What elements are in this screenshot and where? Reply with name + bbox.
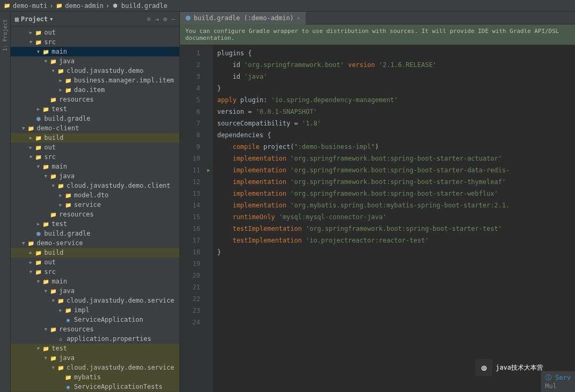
tree-row[interactable]: ▼📁demo-service: [11, 238, 179, 248]
tree-row[interactable]: ▼📁test: [11, 344, 179, 353]
tree-row[interactable]: ▼📁demo-client: [11, 123, 179, 133]
tree-arrow-icon[interactable]: ▼: [43, 327, 49, 332]
tree-row[interactable]: ▼📁cloud.javastudy.demo: [11, 66, 179, 76]
left-tool-rail: 1: Project: [0, 12, 11, 392]
tree-row[interactable]: ▶📁impl: [11, 305, 179, 315]
tree-row[interactable]: ▼📁java: [11, 353, 179, 363]
gear-icon[interactable]: ⚙: [163, 15, 167, 23]
tree-arrow-icon[interactable]: ▼: [50, 183, 56, 188]
tree-arrow-icon[interactable]: ▼: [20, 126, 27, 131]
tree-row[interactable]: 📁mybatis: [11, 372, 179, 382]
tree-arrow-icon[interactable]: ▼: [28, 269, 34, 274]
tree-row[interactable]: ▶📁model.dto: [11, 190, 179, 200]
tree-row[interactable]: ▶📁service: [11, 200, 179, 210]
tree-row[interactable]: ▼📁main: [11, 277, 179, 286]
project-tree[interactable]: ▶📁out▼📁src▼📁main▼📁java▼📁cloud.javastudy.…: [11, 27, 179, 392]
tree-arrow-icon[interactable]: ▼: [50, 298, 56, 303]
editor-banner[interactable]: You can configure Gradle wrapper to use …: [180, 24, 575, 45]
tree-row[interactable]: ▶📁dao.item: [11, 85, 179, 95]
tree-arrow-icon[interactable]: ▶: [58, 87, 64, 93]
tree-row[interactable]: ▼📁java: [11, 286, 179, 296]
tree-row[interactable]: ▼📁main: [11, 47, 179, 56]
tree-row[interactable]: ⬢build.gradle: [11, 114, 179, 123]
select-opened-icon[interactable]: ⊙: [147, 15, 151, 23]
sidebar-title[interactable]: Project: [21, 15, 48, 23]
tree-row[interactable]: ▼📁java: [11, 171, 179, 181]
tree-arrow-icon[interactable]: ▼: [43, 355, 49, 361]
tree-arrow-icon[interactable]: ▶: [28, 260, 34, 265]
folder-icon: 📁: [27, 126, 35, 131]
editor-tab[interactable]: ⬢ build.gradle (:demo-admin) ✕: [180, 12, 306, 24]
tree-row[interactable]: ▶📁test: [11, 104, 179, 114]
tree-arrow-icon[interactable]: ▼: [43, 288, 49, 294]
breadcrumb-item[interactable]: demo-muti: [13, 2, 47, 10]
folder-icon: 📁: [64, 193, 72, 198]
tree-arrow-icon[interactable]: ▶: [28, 250, 34, 255]
collapse-icon[interactable]: ⇥: [155, 15, 159, 23]
tree-row[interactable]: ▼📁resources: [11, 324, 179, 334]
tree-arrow-icon[interactable]: ▶: [58, 307, 64, 313]
tree-label: service: [74, 201, 101, 208]
tree-arrow-icon[interactable]: ▶: [58, 193, 64, 198]
tree-row[interactable]: 📁resources: [11, 95, 179, 104]
tree-arrow-icon[interactable]: ▼: [28, 154, 34, 160]
hide-icon[interactable]: —: [171, 15, 175, 23]
folder-orange-icon: 📁: [34, 250, 43, 256]
tree-row[interactable]: ▶📁out: [11, 257, 179, 267]
tree-arrow-icon[interactable]: ▼: [35, 279, 42, 284]
folder-icon: 📁: [34, 260, 43, 265]
tree-arrow-icon[interactable]: ▶: [35, 221, 42, 227]
chevron-down-icon[interactable]: ▼: [50, 16, 53, 22]
tree-row[interactable]: ▶📁out: [11, 28, 179, 37]
tree-arrow-icon[interactable]: ▶: [35, 106, 42, 112]
tree-label: resources: [59, 211, 94, 218]
tree-row[interactable]: ▶📁out: [11, 143, 179, 152]
tree-row[interactable]: ▼📁src: [11, 267, 179, 277]
tree-arrow-icon[interactable]: ▶: [28, 135, 34, 140]
breadcrumb-item[interactable]: demo-admin: [65, 2, 103, 10]
tree-row[interactable]: ▼📁main: [11, 162, 179, 171]
tree-arrow-icon[interactable]: ▶: [58, 202, 64, 207]
folder-blue-icon: 📁: [49, 288, 58, 294]
tree-arrow-icon[interactable]: ▼: [43, 59, 49, 64]
tree-label: cloud.javastudy.demo.service: [67, 297, 174, 304]
editor-pane: ⬢ build.gradle (:demo-admin) ✕ You can c…: [180, 12, 575, 392]
tree-row[interactable]: ▼📁src: [11, 37, 179, 47]
tree-row[interactable]: ▼📁cloud.javastudy.demo.service: [11, 296, 179, 305]
tree-row[interactable]: ▼📁src: [11, 152, 179, 162]
tree-row[interactable]: ▶📁business.manager.impl.item: [11, 76, 179, 85]
tree-row[interactable]: 📁resources: [11, 210, 179, 219]
tree-row[interactable]: ▶📁build: [11, 133, 179, 143]
tree-row[interactable]: ◉ServiceApplicationTests: [11, 382, 179, 391]
tree-label: ServiceApplication: [74, 316, 143, 323]
tree-arrow-icon[interactable]: ▼: [50, 68, 56, 73]
tree-label: impl: [74, 306, 89, 314]
tree-row[interactable]: ▼📁cloud.javastudy.demo.client: [11, 181, 179, 190]
tree-arrow-icon[interactable]: ▼: [43, 173, 49, 179]
tree-arrow-icon[interactable]: ▼: [50, 365, 56, 370]
tree-row[interactable]: ▼📁cloud.javastudy.demo.service: [11, 363, 179, 372]
tree-arrow-icon[interactable]: ▼: [20, 240, 27, 246]
tree-arrow-icon[interactable]: ▶: [58, 78, 64, 83]
tree-arrow-icon[interactable]: ▶: [28, 30, 34, 35]
breadcrumb-item[interactable]: build.gradle: [121, 2, 168, 10]
tree-row[interactable]: ▶📁test: [11, 219, 179, 229]
tree-label: java: [59, 172, 75, 180]
tree-row[interactable]: ▶📁build: [11, 248, 179, 257]
tree-row[interactable]: ▼📁java: [11, 56, 179, 66]
tree-label: java: [59, 354, 75, 362]
rail-project[interactable]: 1: Project: [2, 19, 8, 51]
code-content[interactable]: plugins { id 'org.springframework.boot' …: [213, 45, 575, 392]
tree-arrow-icon[interactable]: ▼: [28, 39, 34, 45]
tree-row[interactable]: ◉ServiceApplication: [11, 315, 179, 324]
code-area[interactable]: 123456789101112131415161718192021222324 …: [180, 45, 575, 392]
java-ico-icon: ◉: [64, 384, 72, 390]
tree-arrow-icon[interactable]: ▶: [28, 145, 34, 150]
tree-row[interactable]: ⬢build.gradle: [11, 229, 179, 238]
project-sidebar: ▦ Project ▼ ⊙ ⇥ ⚙ — ▶📁out▼📁src▼📁main▼📁ja…: [11, 12, 180, 392]
tree-arrow-icon[interactable]: ▼: [35, 346, 42, 351]
tree-row[interactable]: ▫application.properties: [11, 334, 179, 344]
close-icon[interactable]: ✕: [297, 15, 300, 21]
tree-arrow-icon[interactable]: ▼: [35, 164, 42, 169]
tree-arrow-icon[interactable]: ▼: [35, 49, 42, 54]
